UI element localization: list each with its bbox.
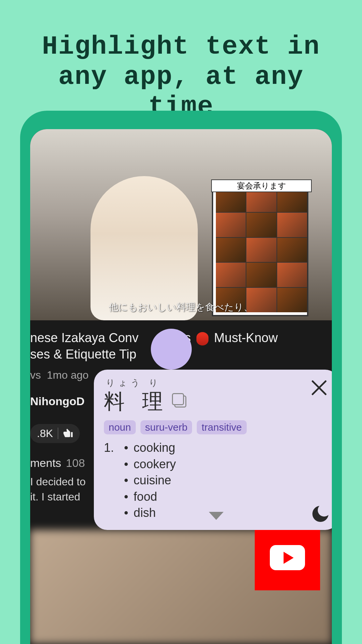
comment-line1: I decided to [30, 476, 85, 488]
copy-icon[interactable] [174, 395, 186, 408]
like-pill[interactable]: .8K [30, 424, 80, 443]
title-text-prefix: nese Izakaya Conv [30, 331, 138, 345]
like-count: .8K [37, 427, 53, 440]
title-text-line2: ses & Etiquette Tip [30, 347, 136, 361]
definition-item: cuisine [124, 472, 176, 489]
tag-suru-verb: suru-verb [140, 420, 192, 434]
definition-item: dish [124, 505, 176, 521]
close-icon[interactable] [309, 378, 329, 398]
comments-count: 108 [66, 457, 85, 470]
lantern-emoji-icon [196, 332, 208, 345]
marketing-headline: Highlight text in any app, at any time [0, 0, 362, 122]
definition-number: 1. [104, 440, 117, 521]
menu-board-graphic [216, 187, 307, 312]
meta-age: 1mo ago [47, 369, 89, 381]
meta-views-prefix: vs [30, 369, 41, 381]
expand-down-icon[interactable] [209, 512, 224, 520]
headword: 料 理 [104, 387, 169, 416]
sign-banner-text: 宴会承ります [211, 179, 312, 192]
moon-icon[interactable] [312, 506, 328, 522]
title-text-suffix: Must-Know [214, 331, 278, 345]
definition-list: cooking cookery cuisine food dish [124, 440, 176, 521]
youtube-badge[interactable] [255, 525, 320, 590]
dictionary-popup: りょう り 料 理 noun suru-verb transitive 1. c… [94, 370, 332, 530]
definition-item: food [124, 489, 176, 505]
phone-frame: 宴会承ります 他にもおいしい料理を食べたり、 nese Izakaya Conv… [20, 111, 342, 644]
comments-label: ments [30, 457, 61, 470]
phone-screen: 宴会承ります 他にもおいしい料理を食べたり、 nese Izakaya Conv… [30, 129, 332, 644]
tag-transitive: transitive [197, 420, 246, 434]
youtube-icon [270, 545, 305, 570]
definition-item: cooking [124, 440, 176, 456]
comment-line2: it. I started [30, 491, 80, 503]
pos-tags: noun suru-verb transitive [104, 420, 328, 434]
reading-furigana: りょう り [104, 377, 328, 389]
definition-item: cookery [124, 456, 176, 473]
tag-noun: noun [104, 420, 136, 434]
video-subtitle: 他にもおいしい料理を食べたり、 [109, 301, 253, 314]
thumbs-down-icon[interactable] [63, 428, 73, 438]
person-graphic [90, 176, 198, 320]
definitions: 1. cooking cookery cuisine food dish [104, 440, 328, 521]
floating-handle[interactable] [151, 329, 192, 370]
divider [58, 428, 58, 439]
play-icon [284, 552, 294, 564]
video-thumbnail[interactable]: 宴会承ります 他にもおいしい料理を食べたり、 [30, 129, 332, 320]
